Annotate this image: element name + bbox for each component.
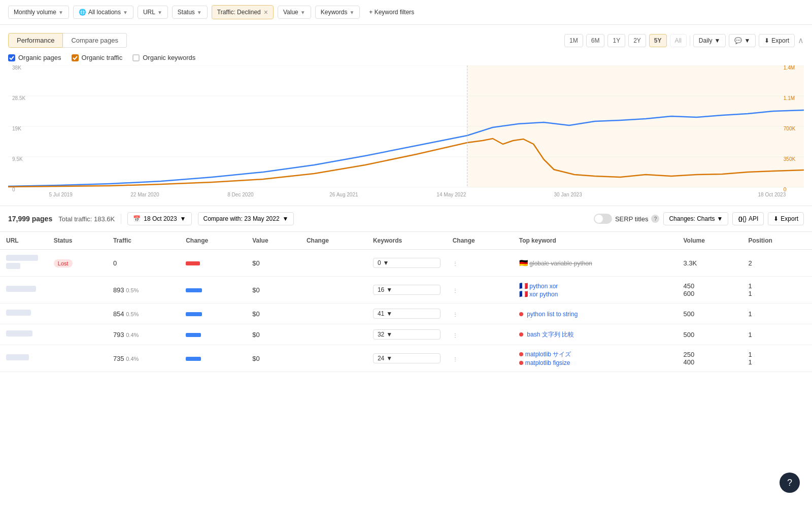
- table-row: 854 0.5% $0 41 ▼ ⋮ python list to string: [0, 304, 812, 324]
- keyword-link-3[interactable]: python list to string: [527, 311, 578, 318]
- keyword-filters-button[interactable]: + Keyword filters: [364, 6, 419, 18]
- serp-titles-toggle[interactable]: [594, 214, 612, 224]
- volume-3: 500: [677, 304, 742, 324]
- table-header: 17,999 pages Total traffic: 183.6K 18 Oc…: [0, 206, 812, 232]
- changes-charts-button[interactable]: Changes: Charts ▼: [663, 212, 728, 225]
- position-1: 2: [742, 250, 812, 277]
- keyword-dropdown-1[interactable]: 0 ▼: [373, 258, 441, 268]
- kw-dropdown-caret-4: ▼: [386, 331, 392, 338]
- keyword-dropdown-2[interactable]: 16 ▼: [373, 285, 441, 295]
- svg-text:26 Aug 2021: 26 Aug 2021: [329, 192, 358, 197]
- value-filter[interactable]: Value ▼: [278, 6, 311, 19]
- keywords-cell-2: 16 ▼: [367, 277, 447, 304]
- kw-change-icon-3[interactable]: ⋮: [453, 312, 458, 317]
- locations-caret: ▼: [123, 10, 128, 15]
- svg-text:30 Jan 2023: 30 Jan 2023: [554, 192, 582, 197]
- keyword-dropdown-5[interactable]: 24 ▼: [373, 353, 441, 363]
- svg-text:1.4M: 1.4M: [784, 65, 795, 71]
- col-url[interactable]: URL: [0, 232, 48, 250]
- traffic-cell-1: 0: [107, 250, 180, 277]
- time-6m[interactable]: 6M: [586, 34, 605, 47]
- keyword-link-2b[interactable]: xor python: [529, 291, 558, 298]
- granularity-button[interactable]: Daily ▼: [693, 34, 726, 47]
- col-value-change[interactable]: Change: [300, 232, 367, 250]
- col-position[interactable]: Position: [742, 232, 812, 250]
- kw-change-icon-5[interactable]: ⋮: [453, 356, 458, 362]
- svg-text:28.5K: 28.5K: [12, 95, 26, 101]
- changes-charts-label: Changes: Charts: [669, 215, 715, 222]
- traffic-declined-close[interactable]: ×: [264, 8, 268, 16]
- kw-change-3: ⋮: [447, 304, 513, 324]
- url-caret: ▼: [157, 10, 162, 15]
- comment-icon: [734, 37, 742, 44]
- legend-organic-traffic[interactable]: Organic traffic: [72, 54, 123, 61]
- col-value[interactable]: Value: [246, 232, 300, 250]
- compare-picker[interactable]: Compare with: 23 May 2022 ▼: [198, 212, 294, 225]
- keyword-dropdown-4[interactable]: 32 ▼: [373, 329, 441, 340]
- col-volume[interactable]: Volume: [677, 232, 742, 250]
- time-5y[interactable]: 5Y: [649, 34, 667, 47]
- kw-change-4: ⋮: [447, 324, 513, 345]
- organic-keywords-check: [132, 54, 140, 61]
- dot-red-5b: [519, 361, 523, 365]
- position-5: 11: [742, 345, 812, 372]
- time-all[interactable]: All: [670, 34, 687, 47]
- value-cell-3: $0: [246, 304, 300, 324]
- url-cell-4: [0, 324, 48, 345]
- col-status[interactable]: Status: [48, 232, 107, 250]
- all-locations-filter[interactable]: All locations ▼: [73, 6, 133, 19]
- top-keyword-1: 🇩🇪 globale variable python: [513, 250, 678, 277]
- col-traffic-change[interactable]: Change: [180, 232, 246, 250]
- dot-red-3: [519, 312, 523, 316]
- col-top-keyword[interactable]: Top keyword: [513, 232, 678, 250]
- date-picker[interactable]: 18 Oct 2023 ▼: [127, 212, 191, 225]
- change-bar-blue-3: [186, 312, 202, 316]
- chart-tabs: Performance Compare pages: [8, 33, 127, 48]
- table-controls: SERP titles ? Changes: Charts ▼ {} API E…: [594, 212, 804, 225]
- traffic-change-3: [180, 304, 246, 324]
- url-filter[interactable]: URL ▼: [138, 6, 168, 19]
- keyword-dropdown-3[interactable]: 41 ▼: [373, 309, 441, 319]
- kw-change-icon-1[interactable]: ⋮: [453, 261, 458, 266]
- kw-change-icon-2[interactable]: ⋮: [453, 288, 458, 293]
- traffic-declined-chip[interactable]: Traffic: Declined ×: [212, 5, 274, 19]
- keyword-link-5b[interactable]: matplotlib figsize: [525, 359, 570, 366]
- serp-toggle-wrap: SERP titles ?: [594, 214, 660, 224]
- legend-organic-keywords[interactable]: Organic keywords: [132, 54, 195, 61]
- traffic-cell-3: 854 0.5%: [107, 304, 180, 324]
- table-export-icon: [773, 215, 779, 222]
- svg-text:0: 0: [12, 187, 15, 192]
- monthly-volume-filter[interactable]: Monthly volume ▼: [8, 6, 69, 19]
- export-button[interactable]: Export: [759, 34, 795, 47]
- keyword-link-1[interactable]: globale variable python: [529, 260, 592, 267]
- position-4: 1: [742, 324, 812, 345]
- kw-change-1: ⋮: [447, 250, 513, 277]
- kw-change-icon-4[interactable]: ⋮: [453, 332, 458, 338]
- serp-help-icon[interactable]: ?: [651, 215, 659, 223]
- tab-performance[interactable]: Performance: [8, 33, 63, 48]
- keyword-link-4[interactable]: bash 文字列 比較: [527, 331, 574, 338]
- collapse-button[interactable]: ∧: [798, 36, 804, 45]
- keyword-link-2a[interactable]: python xor: [529, 283, 558, 290]
- keywords-filter[interactable]: Keywords ▼: [315, 6, 360, 19]
- dot-red-4: [519, 332, 523, 336]
- table-export-button[interactable]: Export: [768, 212, 804, 225]
- col-traffic[interactable]: Traffic: [107, 232, 180, 250]
- comment-button[interactable]: ▼: [729, 34, 756, 47]
- flag-fr-1: 🇫🇷: [519, 282, 528, 290]
- time-1m[interactable]: 1M: [564, 34, 583, 47]
- time-1y[interactable]: 1Y: [607, 34, 625, 47]
- value-cell-2: $0: [246, 277, 300, 304]
- table-row: 893 0.5% $0 16 ▼ ⋮ 🇫🇷 python xor 🇫🇷 xor …: [0, 277, 812, 304]
- keyword-link-5a[interactable]: matplotlib サイズ: [525, 351, 571, 358]
- col-kw-change[interactable]: Change: [447, 232, 513, 250]
- api-button[interactable]: {} API: [732, 212, 764, 225]
- kw-dropdown-caret: ▼: [383, 259, 389, 266]
- legend-organic-pages[interactable]: Organic pages: [8, 54, 61, 61]
- time-2y[interactable]: 2Y: [628, 34, 646, 47]
- tab-compare-pages[interactable]: Compare pages: [63, 33, 127, 48]
- divider: [690, 36, 690, 46]
- status-cell-5: [48, 345, 107, 372]
- col-keywords[interactable]: Keywords: [367, 232, 447, 250]
- status-filter[interactable]: Status ▼: [172, 6, 208, 19]
